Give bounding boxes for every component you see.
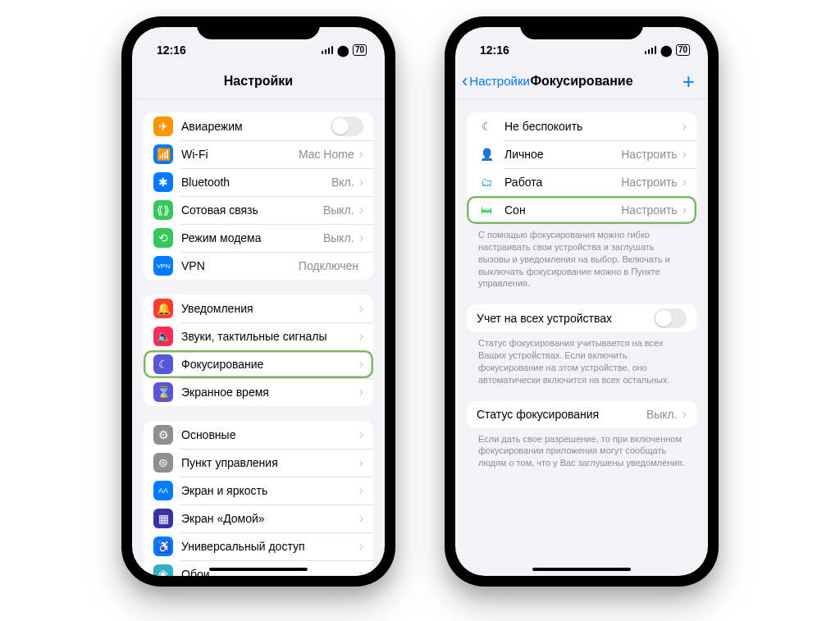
phone-frame-settings: 12:16 ⬤ 70 Настройки ✈Авиарежим📶Wi-FiMac… bbox=[121, 16, 395, 587]
screen-settings: 12:16 ⬤ 70 Настройки ✈Авиарежим📶Wi-FiMac… bbox=[132, 27, 385, 576]
battery-icon: 70 bbox=[676, 44, 690, 56]
row-value: Настроить bbox=[621, 148, 677, 161]
chevron-right-icon: › bbox=[359, 329, 363, 344]
settings-row[interactable]: ✈Авиарежим bbox=[144, 112, 373, 140]
settings-row[interactable]: 🔈Звуки, тактильные сигналы› bbox=[144, 322, 373, 350]
row-icon: VPN bbox=[153, 256, 173, 276]
row-icon: ⌛ bbox=[153, 382, 173, 402]
chevron-right-icon: › bbox=[359, 357, 363, 372]
nav-title: Фокусирование bbox=[530, 74, 632, 89]
row-icon: 🔈 bbox=[153, 326, 173, 346]
settings-group: Учет на всех устройствах bbox=[467, 304, 696, 332]
settings-row[interactable]: ▦Экран «Домой»› bbox=[144, 505, 373, 532]
settings-group: ✈Авиарежим📶Wi-FiMac Home›✱BluetoothВкл.›… bbox=[144, 112, 373, 280]
row-icon: ✈ bbox=[153, 116, 173, 136]
row-label: Личное bbox=[504, 148, 621, 161]
settings-row[interactable]: 🛏СонНастроить› bbox=[467, 196, 696, 224]
status-indicators: ⬤ 70 bbox=[322, 44, 367, 57]
row-label: Универсальный доступ bbox=[181, 540, 359, 553]
settings-row[interactable]: 📶Wi-FiMac Home› bbox=[144, 140, 373, 168]
row-icon: 📶 bbox=[153, 144, 173, 164]
row-icon: ☾ bbox=[153, 354, 173, 374]
group-footer: С помощью фокусирования можно гибко наст… bbox=[467, 224, 696, 290]
row-label: Экран «Домой» bbox=[181, 512, 359, 525]
settings-row[interactable]: ☾Фокусирование› bbox=[144, 350, 373, 378]
row-label: Статус фокусирования bbox=[477, 408, 646, 421]
row-label: Учет на всех устройствах bbox=[477, 312, 654, 325]
row-label: Уведомления bbox=[181, 302, 359, 315]
chevron-right-icon: › bbox=[359, 175, 363, 189]
settings-row[interactable]: ⚙Основные› bbox=[144, 421, 373, 449]
row-icon: ♿ bbox=[153, 537, 173, 556]
settings-row[interactable]: Учет на всех устройствах bbox=[467, 304, 696, 332]
row-label: Сон bbox=[504, 203, 621, 217]
row-icon: 👤 bbox=[477, 144, 496, 164]
row-label: Режим модема bbox=[181, 231, 323, 244]
notch bbox=[197, 16, 320, 39]
row-value: Подключен bbox=[299, 259, 358, 272]
chevron-right-icon: › bbox=[682, 119, 687, 134]
settings-row[interactable]: ⊜Пункт управления› bbox=[144, 449, 373, 477]
chevron-right-icon: › bbox=[359, 385, 363, 400]
chevron-right-icon: › bbox=[359, 539, 363, 554]
chevron-right-icon: › bbox=[359, 203, 363, 217]
row-icon: ▦ bbox=[153, 509, 173, 528]
row-label: Основные bbox=[181, 428, 359, 441]
status-time: 12:16 bbox=[157, 43, 186, 57]
nav-bar: Настройки bbox=[132, 63, 385, 99]
row-icon: ⚙ bbox=[153, 425, 173, 445]
settings-row[interactable]: 🗂РаботаНастроить› bbox=[467, 168, 696, 196]
toggle-switch[interactable] bbox=[331, 116, 363, 136]
settings-row[interactable]: ✱BluetoothВкл.› bbox=[144, 168, 373, 196]
row-value: Настроить bbox=[621, 176, 677, 189]
chevron-right-icon: › bbox=[682, 175, 687, 189]
row-label: Wi-Fi bbox=[181, 148, 299, 161]
row-label: Звуки, тактильные сигналы bbox=[181, 330, 359, 343]
row-label: Сотовая связь bbox=[181, 203, 323, 217]
status-time: 12:16 bbox=[480, 43, 509, 57]
back-label: Настройки bbox=[469, 74, 530, 88]
row-label: Экран и яркость bbox=[181, 484, 359, 497]
settings-row[interactable]: VPNVPNПодключен bbox=[144, 252, 373, 280]
row-icon: ❀ bbox=[153, 564, 173, 576]
chevron-right-icon: › bbox=[359, 455, 363, 470]
settings-list[interactable]: ✈Авиарежим📶Wi-FiMac Home›✱BluetoothВкл.›… bbox=[132, 99, 385, 576]
row-icon: ⟲ bbox=[153, 228, 173, 248]
wifi-icon: ⬤ bbox=[337, 44, 349, 57]
back-button[interactable]: ‹ Настройки bbox=[462, 72, 530, 90]
home-indicator[interactable] bbox=[532, 568, 631, 571]
add-button[interactable]: + bbox=[682, 71, 695, 92]
settings-row[interactable]: ⌛Экранное время› bbox=[144, 378, 373, 406]
battery-icon: 70 bbox=[353, 44, 367, 56]
settings-row[interactable]: ⟲Режим модемаВыкл.› bbox=[144, 224, 373, 252]
row-label: VPN bbox=[181, 259, 299, 272]
chevron-right-icon: › bbox=[682, 203, 687, 217]
settings-row[interactable]: 🔔Уведомления› bbox=[144, 295, 373, 322]
home-indicator[interactable] bbox=[209, 568, 308, 571]
row-icon: ✱ bbox=[153, 172, 173, 192]
phone-frame-focus: 12:16 ⬤ 70 ‹ Настройки Фокусирование + ☾… bbox=[445, 16, 719, 587]
settings-row[interactable]: ♿Универсальный доступ› bbox=[144, 532, 373, 560]
settings-group: ☾Не беспокоить›👤ЛичноеНастроить›🗂РаботаН… bbox=[467, 112, 696, 224]
settings-row[interactable]: ☾Не беспокоить› bbox=[467, 112, 696, 140]
settings-row[interactable]: Статус фокусированияВыкл.› bbox=[467, 401, 696, 428]
row-value: Настроить bbox=[621, 203, 677, 217]
chevron-right-icon: › bbox=[359, 147, 363, 162]
settings-row[interactable]: ⟪⟫Сотовая связьВыкл.› bbox=[144, 196, 373, 224]
group-footer: Если дать свое разрешение, то при включе… bbox=[467, 428, 696, 470]
settings-group: 🔔Уведомления›🔈Звуки, тактильные сигналы›… bbox=[144, 295, 373, 406]
toggle-switch[interactable] bbox=[654, 308, 687, 328]
settings-group: Статус фокусированияВыкл.› bbox=[467, 401, 696, 428]
focus-list[interactable]: ☾Не беспокоить›👤ЛичноеНастроить›🗂РаботаН… bbox=[455, 99, 708, 576]
row-icon: 🔔 bbox=[153, 299, 173, 318]
chevron-right-icon: › bbox=[682, 147, 687, 162]
row-label: Не беспокоить bbox=[504, 120, 682, 133]
settings-group: ⚙Основные›⊜Пункт управления›AAЭкран и яр… bbox=[144, 421, 373, 576]
settings-row[interactable]: 👤ЛичноеНастроить› bbox=[467, 140, 696, 168]
row-icon: AA bbox=[153, 481, 173, 500]
settings-row[interactable]: AAЭкран и яркость› bbox=[144, 477, 373, 505]
row-icon: 🗂 bbox=[477, 172, 496, 192]
chevron-right-icon: › bbox=[359, 567, 363, 576]
wifi-icon: ⬤ bbox=[660, 44, 673, 57]
row-label: Bluetooth bbox=[181, 176, 331, 189]
